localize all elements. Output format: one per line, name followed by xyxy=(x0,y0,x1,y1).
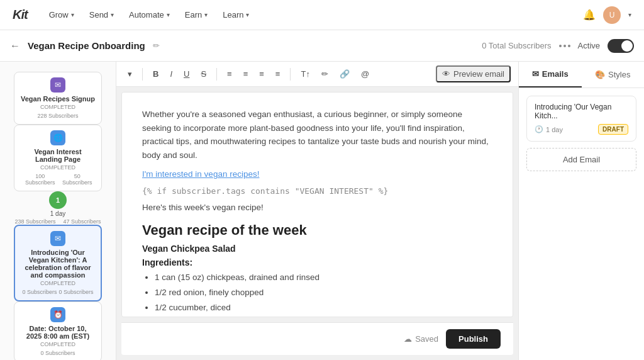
right-panel: ✉ Emails 🎨 Styles Introducing 'Our Vegan… xyxy=(518,62,644,360)
right-tabs: ✉ Emails 🎨 Styles xyxy=(519,62,644,88)
nav-item-earn[interactable]: Earn ▾ xyxy=(179,6,214,23)
delay-label: 1 day xyxy=(50,210,65,217)
editor-toolbar: ▾ B I U S ≡ ≡ ≡ ≡ T↑ ✏ 🔗 @ 👁 Preview ema… xyxy=(116,62,518,87)
flow-node-signup: ✉ Vegan Recipes Signup COMPLETED 228 Sub… xyxy=(8,72,108,125)
nav-item-automate[interactable]: Automate ▾ xyxy=(123,6,176,23)
node-status: COMPLETED xyxy=(21,104,95,110)
ingredients-heading: Ingredients: xyxy=(142,257,492,267)
draft-badge: DRAFT xyxy=(598,124,628,135)
condition-code: {% if subscriber.tags contains "VEGAN IN… xyxy=(142,186,492,196)
node-stats: 228 Subscribers xyxy=(21,113,95,119)
flow-node-landing: 🌐 Vegan Interest Landing Page COMPLETED … xyxy=(8,125,108,191)
tab-styles[interactable]: 🎨 Styles xyxy=(582,62,645,87)
separator xyxy=(216,68,217,81)
align-left-button[interactable]: ≡ xyxy=(223,67,236,81)
node-status: COMPLETED xyxy=(21,164,95,171)
ingredients-list: 1 can (15 oz) chickpeas, drained and rin… xyxy=(142,271,492,317)
recipe-heading: Vegan recipe of the week xyxy=(142,222,492,239)
interested-link[interactable]: I'm interested in vegan recipes! xyxy=(142,169,492,179)
cloud-icon: ☁ xyxy=(404,334,412,344)
editor-content[interactable]: Whether you're a seasoned vegan enthusia… xyxy=(121,92,513,317)
notification-bell-icon[interactable]: 🔔 xyxy=(583,9,596,21)
node-stat: 228 Subscribers xyxy=(37,113,78,119)
pencil-button[interactable]: ✏ xyxy=(318,67,332,81)
page-title: Vegan Recipe Onboarding xyxy=(28,40,145,51)
underline-button[interactable]: U xyxy=(180,67,193,81)
format-dropdown-button[interactable]: ▾ xyxy=(124,67,136,81)
node-box-email1[interactable]: ✉ Introducing 'Our Vegan Kitchen': A cel… xyxy=(14,225,102,301)
avatar[interactable]: U xyxy=(603,6,621,24)
align-center-button[interactable]: ≡ xyxy=(240,67,252,81)
node-stat-left: 0 Subscribers xyxy=(22,289,57,295)
edit-title-icon[interactable]: ✏ xyxy=(153,41,160,50)
recipe-name: Vegan Chickpea Salad xyxy=(142,244,492,254)
node-title: Introducing 'Our Vegan Kitchen': A celeb… xyxy=(21,249,94,279)
nav-item-grow[interactable]: Grow ▾ xyxy=(43,6,80,23)
italic-button[interactable]: I xyxy=(166,67,176,81)
node-stat: 0 Subscribers xyxy=(40,350,75,356)
align-right-button[interactable]: ≡ xyxy=(255,67,268,81)
active-toggle[interactable] xyxy=(608,39,634,53)
delay-stat-right: 47 Subscribers xyxy=(64,218,101,225)
kit-logo[interactable]: Kit xyxy=(13,8,28,22)
add-email-button[interactable]: Add Email xyxy=(526,148,636,171)
preview-button[interactable]: 👁 Preview email xyxy=(436,65,511,82)
node-title: Vegan Recipes Signup xyxy=(21,95,95,103)
publish-button[interactable]: Publish xyxy=(446,329,501,349)
main-layout: ✉ Vegan Recipes Signup COMPLETED 228 Sub… xyxy=(0,62,644,360)
heading-button[interactable]: T↑ xyxy=(297,67,313,81)
bold-button[interactable]: B xyxy=(149,67,162,81)
nav-right: 🔔 U ▾ xyxy=(583,6,631,24)
nav-items: Grow ▾ Send ▾ Automate ▾ Earn ▾ Learn ▾ xyxy=(43,6,568,23)
align-justify-button[interactable]: ≡ xyxy=(272,67,284,81)
sub-header-right: 0 Total Subscribers Active xyxy=(482,39,634,53)
intro-paragraph: Whether you're a seasoned vegan enthusia… xyxy=(142,108,492,162)
node-title: Date: October 10, 2025 8:00 am (EST) xyxy=(21,325,95,340)
account-chevron-icon[interactable]: ▾ xyxy=(628,11,631,18)
chevron-down-icon: ▾ xyxy=(111,11,114,18)
node-title: Vegan Interest Landing Page xyxy=(21,148,95,163)
flow-node-delay2: ⏰ Date: October 10, 2025 8:00 am (EST) C… xyxy=(8,301,108,360)
node-box-landing[interactable]: 🌐 Vegan Interest Landing Page COMPLETED … xyxy=(14,125,102,191)
list-item: 1/2 cucumber, diced xyxy=(155,301,492,314)
flow-sidebar: ✉ Vegan Recipes Signup COMPLETED 228 Sub… xyxy=(0,62,116,360)
node-stat-left: 100 Subscribers xyxy=(21,173,59,186)
chevron-down-icon: ▾ xyxy=(71,11,74,18)
list-item: 1 can (15 oz) chickpeas, drained and rin… xyxy=(155,271,492,284)
sub-header: ← Vegan Recipe Onboarding ✏ 0 Total Subs… xyxy=(0,30,644,62)
email-card-title: Introducing 'Our Vegan Kitch... xyxy=(535,103,628,120)
node-box-signup[interactable]: ✉ Vegan Recipes Signup COMPLETED 228 Sub… xyxy=(14,72,102,125)
editor-footer: ☁ Saved Publish xyxy=(121,322,513,355)
tab-emails[interactable]: ✉ Emails xyxy=(519,62,582,87)
list-item: 1/2 red onion, finely chopped xyxy=(155,286,492,299)
separator xyxy=(142,68,143,81)
clock-icon: ⏰ xyxy=(50,307,65,322)
chevron-down-icon: ▾ xyxy=(204,11,208,18)
strikethrough-button[interactable]: S xyxy=(197,67,210,81)
styles-icon: 🎨 xyxy=(595,70,605,79)
email-icon: ✉ xyxy=(50,77,65,93)
dot-icon xyxy=(568,45,570,47)
node-status: COMPLETED xyxy=(21,280,94,286)
email-card-meta: 🕐 1 day DRAFT xyxy=(535,124,628,135)
delay-circle[interactable]: 1 xyxy=(49,191,67,209)
right-content: Introducing 'Our Vegan Kitch... 🕐 1 day … xyxy=(519,88,644,360)
back-button[interactable]: ← xyxy=(10,40,20,52)
subscribers-count: 0 Total Subscribers xyxy=(482,41,551,50)
more-options-button[interactable] xyxy=(559,45,570,47)
link-button[interactable]: 🔗 xyxy=(336,67,353,81)
node-stat-right: 0 Subscribers xyxy=(58,289,93,295)
node-stats: 100 Subscribers 50 Subscribers xyxy=(21,173,95,186)
email-card[interactable]: Introducing 'Our Vegan Kitch... 🕐 1 day … xyxy=(526,96,636,142)
separator xyxy=(290,68,291,81)
saved-status: ☁ Saved xyxy=(404,334,438,344)
nav-item-learn[interactable]: Learn ▾ xyxy=(216,6,255,23)
editor-area: ▾ B I U S ≡ ≡ ≡ ≡ T↑ ✏ 🔗 @ 👁 Preview ema… xyxy=(116,62,518,360)
node-box-delay2[interactable]: ⏰ Date: October 10, 2025 8:00 am (EST) C… xyxy=(14,301,102,360)
email-time-value: 1 day xyxy=(546,126,563,133)
dot-icon xyxy=(559,45,562,47)
mention-button[interactable]: @ xyxy=(357,67,373,81)
dot-icon xyxy=(564,45,566,47)
node-status: COMPLETED xyxy=(21,341,95,347)
nav-item-send[interactable]: Send ▾ xyxy=(83,6,120,23)
